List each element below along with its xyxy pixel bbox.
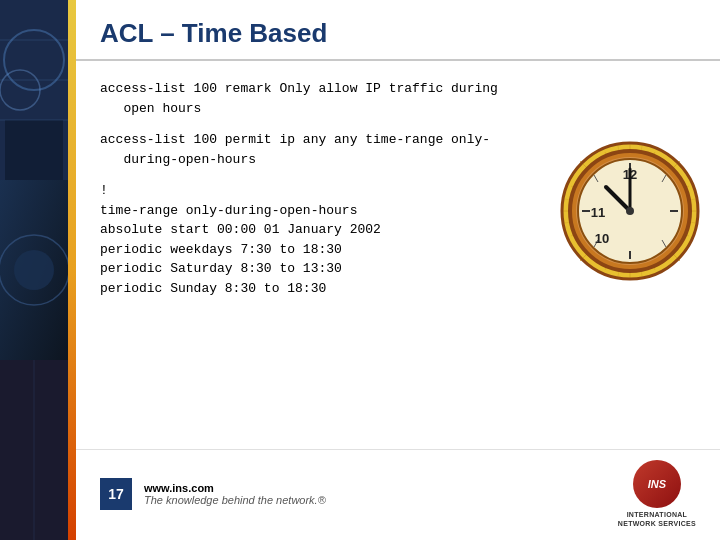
sidebar-image-2 [0, 180, 68, 360]
ins-logo-circle-text: INS [648, 478, 666, 490]
footer-url: www.ins.com [144, 482, 326, 494]
ins-logo: INS INTERNATIONALNETWORK SERVICES [618, 460, 696, 528]
page-title: ACL – Time Based [100, 18, 696, 49]
sidebar-image-1 [0, 0, 68, 180]
ins-logo-circle: INS [633, 460, 681, 508]
svg-text:11: 11 [591, 205, 605, 220]
accent-bar [68, 0, 76, 540]
footer: 17 www.ins.com The knowledge behind the … [76, 449, 720, 540]
content-area: access-list 100 remark Only allow IP tra… [76, 61, 720, 449]
ins-logo-text: INTERNATIONALNETWORK SERVICES [618, 511, 696, 528]
clock-illustration: 12 11 10 [560, 141, 700, 281]
code-line-10: periodic Sunday 8:30 to 18:30 [100, 279, 696, 299]
sidebar-image-3 [0, 360, 68, 540]
footer-left: 17 www.ins.com The knowledge behind the … [100, 478, 326, 510]
code-line-1: access-list 100 remark Only allow IP tra… [100, 79, 696, 99]
footer-tagline: The knowledge behind the network.® [144, 494, 326, 506]
footer-text: www.ins.com The knowledge behind the net… [144, 482, 326, 506]
title-bar: ACL – Time Based [76, 0, 720, 61]
code-line-2: open hours [100, 99, 696, 119]
main-content: ACL – Time Based access-list 100 remark … [76, 0, 720, 540]
svg-point-43 [626, 207, 634, 215]
svg-rect-3 [5, 120, 63, 180]
sidebar [0, 0, 68, 540]
svg-point-10 [14, 250, 54, 290]
code-section-1: access-list 100 remark Only allow IP tra… [100, 79, 696, 118]
svg-text:10: 10 [595, 231, 609, 246]
slide-number: 17 [100, 478, 132, 510]
